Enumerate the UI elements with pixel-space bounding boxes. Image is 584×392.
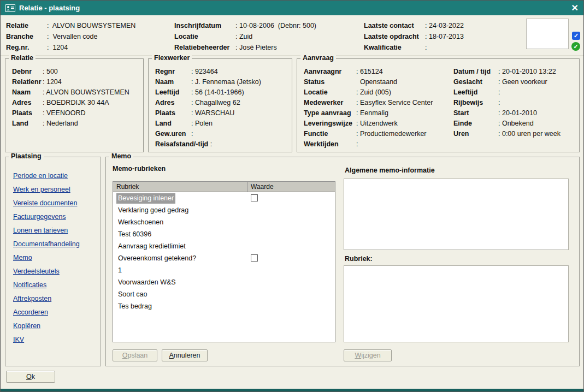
header-row: Branche: Vervallen code xyxy=(6,31,135,42)
field-label: Laatste contact xyxy=(364,20,425,31)
plaatsing-link-verdeelsleutels[interactable]: Verdeelsleutels xyxy=(13,265,80,278)
table-row[interactable]: Werkschoenen xyxy=(113,216,335,228)
field-value: : J. Fennemaa (Jetsko) xyxy=(191,77,261,87)
aanvraag-legend: Aanvraag xyxy=(300,54,336,62)
field-value: : Uitzendwerk xyxy=(356,118,398,129)
plaatsing-link-notificaties[interactable]: Notificaties xyxy=(13,278,80,292)
field-value: : 20-01-2010 13:22 xyxy=(498,67,556,77)
plaatsing-legend: Plaatsing xyxy=(9,152,44,160)
field-row: Leveringswijze: Uitzendwerk xyxy=(304,118,433,129)
table-row[interactable]: Bevesiging inlener xyxy=(113,192,335,204)
field-label: Inschrijfdatum xyxy=(174,20,235,31)
field-label: Leveringswijze xyxy=(304,118,356,129)
relatie-fieldset: Relatie Debnr: 500 Relatienr: 1204 Naam:… xyxy=(5,58,144,152)
field-value: : xyxy=(425,42,427,53)
table-row[interactable]: Tes bedrag xyxy=(113,300,335,312)
plaatsing-link-lonen-en-tarieven[interactable]: Lonen en tarieven xyxy=(13,224,80,237)
field-value: : Polen xyxy=(191,118,213,129)
field-label: Debnr xyxy=(12,67,43,77)
field-value: : 20-01-2010 xyxy=(498,108,537,118)
table-row[interactable]: Aanvraag kredietlimiet xyxy=(113,240,335,252)
field-row: Gew.uren: xyxy=(155,129,261,139)
field-row: Werktijden: xyxy=(304,139,433,150)
field-row: Functie: Productiemedewerker xyxy=(304,129,433,139)
rubriek-label: Test 60396 xyxy=(116,229,153,240)
wijzigen-button[interactable]: Wijzigen xyxy=(344,349,392,361)
table-row[interactable]: Verklaring goed gedrag xyxy=(113,204,335,216)
table-row[interactable]: Overeenkomst getekend? xyxy=(113,252,335,264)
table-header-row: Rubriek Waarde xyxy=(113,182,335,192)
field-row: Status Openstaand xyxy=(304,77,433,87)
header-row: Laatste contact: 24-03-2022 xyxy=(364,20,464,31)
field-value: : Eenmalig xyxy=(356,108,388,118)
field-label: Adres xyxy=(155,98,191,108)
column-header-rubriek[interactable]: Rubriek xyxy=(113,182,247,192)
plaatsing-link-memo[interactable]: Memo xyxy=(13,251,80,265)
blue-checkbox-icon[interactable]: ✓ xyxy=(572,32,580,40)
field-row: Adres: BOEDRDIJK 30 44A xyxy=(12,98,129,108)
header-summary: Relatie: ALVON BOUWSYSTEMEN Branche: Ver… xyxy=(1,15,583,56)
field-row: Adres: Chagallweg 62 xyxy=(155,98,261,108)
field-value: : Onbekend xyxy=(498,118,534,129)
field-value: : ALVON BOUWSYSTEMEN xyxy=(47,20,135,31)
ok-button[interactable]: Ok xyxy=(6,371,55,383)
annuleren-button[interactable]: Annuleren xyxy=(162,349,208,361)
window-title: Relatie - plaatsing xyxy=(19,4,571,12)
rubriek-label-heading: Rubriek: xyxy=(345,255,373,263)
field-row: Debnr: 500 xyxy=(12,67,129,77)
close-icon[interactable]: ✕ xyxy=(571,4,579,13)
table-row[interactable]: Voorwaarden W&S xyxy=(113,276,335,288)
flexwerker-legend: Flexwerker xyxy=(152,54,192,62)
field-row: Land: Nederland xyxy=(12,118,129,129)
checkbox[interactable] xyxy=(251,254,258,262)
rubriek-memo-textarea[interactable] xyxy=(344,265,569,342)
header-col-laatste: Laatste contact: 24-03-2022 Laatste opdr… xyxy=(364,20,464,53)
field-value: : Nederland xyxy=(43,118,78,129)
field-value: : Easyflex Service Center xyxy=(356,98,433,108)
plaatsing-link-kopieren[interactable]: Kopiëren xyxy=(13,319,80,333)
plaatsing-link-aftrekposten[interactable]: Aftrekposten xyxy=(13,292,80,306)
plaatsing-link-factuurgegevens[interactable]: Factuurgegevens xyxy=(13,210,80,224)
field-label: Relatie xyxy=(6,20,47,31)
plaatsing-link-documentafhandeling[interactable]: Documentafhandeling xyxy=(13,237,80,251)
field-label: Plaats xyxy=(12,108,43,118)
field-value: : WARSCHAU xyxy=(191,108,234,118)
field-label: Adres xyxy=(12,98,43,108)
field-label: Plaats xyxy=(155,108,191,118)
plaatsing-links: Periode en locatie Werk en personeel Ver… xyxy=(13,169,80,347)
button-label: nnuleren xyxy=(174,352,200,359)
plaatsing-link-vereiste-documenten[interactable]: Vereiste documenten xyxy=(13,197,80,210)
plaatsing-link-accorderen[interactable]: Accorderen xyxy=(13,306,80,319)
field-value: : José Pieters xyxy=(235,42,277,53)
header-row: Reg.nr.: 1204 xyxy=(6,42,135,53)
table-row[interactable]: Soort cao xyxy=(113,288,335,300)
button-label: ijzigen xyxy=(361,352,380,359)
field-label: Kwalificatie xyxy=(364,42,425,53)
column-header-waarde[interactable]: Waarde xyxy=(247,182,335,192)
field-label: Branche xyxy=(6,31,47,42)
plaatsing-link-ikv[interactable]: IKV xyxy=(13,333,80,347)
field-label: Land xyxy=(12,118,43,129)
green-check-icon[interactable]: ✓ xyxy=(571,42,580,51)
relatie-legend: Relatie xyxy=(9,54,36,62)
rubriek-label: Verklaring goed gedrag xyxy=(116,205,190,216)
header-row: Relatie: ALVON BOUWSYSTEMEN xyxy=(6,20,135,31)
plaatsing-link-werk-en-personeel[interactable]: Werk en personeel xyxy=(13,183,80,197)
field-row: Land: Polen xyxy=(155,118,261,129)
field-value: : xyxy=(356,139,358,150)
field-value: : Zuid (005) xyxy=(356,87,391,98)
field-row: Leeftijd: xyxy=(453,87,561,98)
table-row[interactable]: Test 60396 xyxy=(113,228,335,240)
field-label: Functie xyxy=(304,129,356,139)
field-row: Naam: ALVON BOUWSYSTEMEN xyxy=(12,87,129,98)
flexwerker-fieldset: Flexwerker Regnr: 923464 Naam: J. Fennem… xyxy=(148,58,292,152)
field-label: Leeftijd xyxy=(453,87,498,98)
table-row[interactable]: 1 xyxy=(113,264,335,276)
algemene-memo-textarea[interactable] xyxy=(344,179,569,250)
opslaan-button[interactable]: Opslaan xyxy=(113,349,157,361)
flexwerker-rows: Regnr: 923464 Naam: J. Fennemaa (Jetsko)… xyxy=(155,67,261,150)
checkbox[interactable] xyxy=(251,194,258,201)
field-value: : xyxy=(498,87,500,98)
field-value: : 0:00 uren per week xyxy=(498,129,561,139)
plaatsing-link-periode-en-locatie[interactable]: Periode en locatie xyxy=(13,169,80,183)
